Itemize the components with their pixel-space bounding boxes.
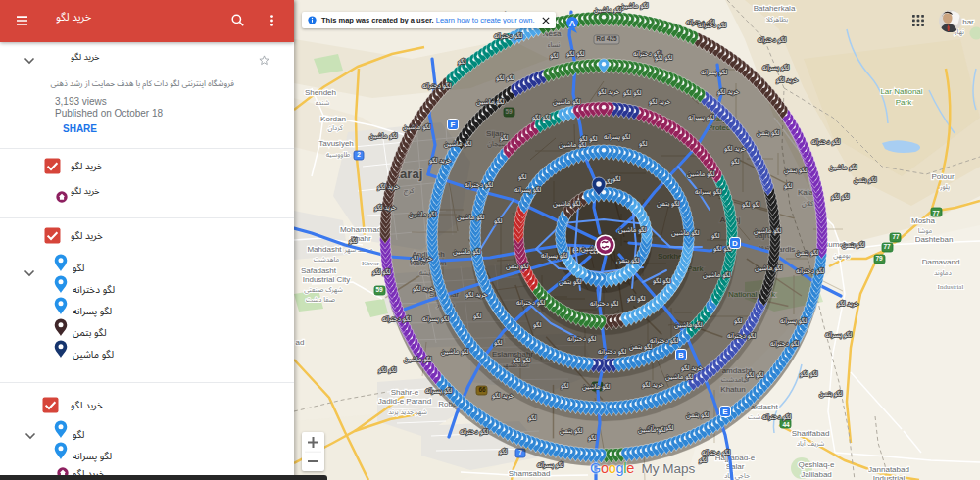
svg-text:لگو: لگو bbox=[499, 445, 508, 458]
svg-text:لگو بتمن: لگو بتمن bbox=[616, 254, 640, 267]
svg-text:لگو دخترانه: لگو دخترانه bbox=[465, 178, 493, 192]
svg-text:لگو ماشین: لگو ماشین bbox=[703, 268, 731, 282]
svg-text:لگو لگو: لگو لگو bbox=[496, 72, 514, 85]
svg-text:لگو پسرانه: لگو پسرانه bbox=[422, 312, 450, 326]
svg-text:لگو: لگو bbox=[528, 411, 537, 425]
svg-text:لگو دخترانه: لگو دخترانه bbox=[567, 332, 596, 346]
svg-text:خرید لگو: خرید لگو bbox=[776, 73, 798, 87]
svg-text:بطاهرکلا: بطاهرکلا bbox=[765, 12, 788, 26]
svg-text:77: 77 bbox=[892, 233, 900, 240]
svg-text:77: 77 bbox=[932, 210, 940, 216]
svg-text:لگو دخترانه: لگو دخترانه bbox=[762, 410, 791, 424]
svg-text:خرید لگو: خرید لگو bbox=[411, 252, 432, 265]
svg-text:لگو لگو: لگو لگو bbox=[513, 354, 531, 367]
svg-text:لگو پسرانه: لگو پسرانه bbox=[688, 111, 715, 124]
svg-text:لگو لگو: لگو لگو bbox=[800, 367, 818, 381]
svg-text:لگو: لگو bbox=[711, 229, 720, 243]
svg-text:کردان: کردان bbox=[327, 120, 342, 135]
svg-text:77: 77 bbox=[883, 243, 891, 250]
svg-text:لگو لگو: لگو لگو bbox=[372, 265, 391, 279]
svg-text:لگو بتمن: لگو بتمن bbox=[657, 197, 680, 211]
svg-text:لگو ماشین: لگو ماشین bbox=[409, 208, 437, 221]
svg-text:خرید لگو: خرید لگو bbox=[598, 85, 619, 99]
svg-text:لگو دخترانه: لگو دخترانه bbox=[796, 264, 824, 278]
svg-text:D: D bbox=[732, 239, 738, 248]
svg-text:خرید لگو: خرید لگو bbox=[377, 180, 399, 194]
svg-text:لگو: لگو bbox=[588, 431, 597, 445]
svg-text:لگو ماشین: لگو ماشین bbox=[755, 262, 783, 275]
svg-text:لگو: لگو bbox=[612, 172, 621, 186]
svg-text:لگو بتمن: لگو بتمن bbox=[506, 260, 529, 273]
svg-text:لگو پسرانه: لگو پسرانه bbox=[537, 458, 564, 472]
svg-text:لگو بتمن: لگو بتمن bbox=[629, 340, 653, 354]
svg-text:لگو ماشین: لگو ماشین bbox=[444, 137, 472, 151]
svg-text:پلور: پلور bbox=[939, 179, 950, 194]
svg-text:Dashteban: Dashteban bbox=[915, 235, 954, 244]
svg-text:F: F bbox=[451, 120, 456, 129]
svg-text:لگو: لگو bbox=[494, 215, 503, 228]
svg-text:لگو: لگو bbox=[518, 170, 527, 184]
svg-text:لگو: لگو bbox=[494, 336, 503, 350]
svg-text:خرید لگو: خرید لگو bbox=[837, 297, 858, 311]
svg-text:لگو ماشین: لگو ماشین bbox=[582, 380, 611, 394]
svg-text:لگو بتمن: لگو بتمن bbox=[784, 164, 808, 177]
svg-text:لگو: لگو bbox=[731, 155, 740, 168]
svg-text:لگو دخترانه: لگو دخترانه bbox=[460, 425, 488, 439]
svg-text:لگو دخترانه: لگو دخترانه bbox=[650, 334, 678, 348]
svg-text:لگو بتمن: لگو بتمن bbox=[686, 408, 710, 422]
svg-text:لگو ماشین: لگو ماشین bbox=[453, 245, 481, 259]
svg-text:Mohammad: Mohammad bbox=[340, 225, 381, 234]
svg-text:لگو ماشین: لگو ماشین bbox=[553, 197, 581, 211]
svg-text:Jannatabad: Jannatabad bbox=[868, 465, 909, 474]
svg-text:لگو دخترانه: لگو دخترانه bbox=[516, 296, 545, 310]
svg-text:لگو دخترانه: لگو دخترانه bbox=[590, 297, 618, 311]
svg-text:A: A bbox=[569, 19, 576, 28]
svg-text:خرید لگو: خرید لگو bbox=[649, 95, 670, 109]
svg-text:Lar National: Lar National bbox=[880, 87, 922, 96]
svg-text:لگو پسرانه: لگو پسرانه bbox=[604, 130, 631, 144]
svg-text:لگو ماشین: لگو ماشین bbox=[754, 224, 782, 238]
svg-text:لگو لگو: لگو لگو bbox=[653, 274, 671, 288]
svg-text:لگو ماشین: لگو ماشین bbox=[674, 318, 703, 332]
svg-text:لگو دخترانه: لگو دخترانه bbox=[727, 329, 756, 343]
svg-text:Jalilabad: Jalilabad bbox=[801, 470, 832, 479]
svg-text:لگو ماشین: لگو ماشین bbox=[671, 226, 700, 240]
svg-text:Qeshlaq-e: Qeshlaq-e bbox=[799, 460, 835, 469]
svg-text:لگو لگو: لگو لگو bbox=[532, 111, 551, 124]
svg-text:لگو ماشین: لگو ماشین bbox=[594, 3, 622, 17]
svg-text:لگو بتمن: لگو بتمن bbox=[559, 275, 582, 289]
svg-text:لگو ماشین: لگو ماشین bbox=[665, 370, 694, 384]
svg-text:لگو پسرانه: لگو پسرانه bbox=[762, 61, 790, 74]
svg-text:لگو: لگو bbox=[473, 310, 482, 323]
svg-text:لگو ماشین: لگو ماشین bbox=[638, 423, 666, 437]
svg-text:لگو: لگو bbox=[699, 454, 708, 467]
svg-text:لگو ماشین: لگو ماشین bbox=[829, 161, 858, 174]
svg-text:ماهدشت: ماهدشت bbox=[314, 252, 340, 266]
svg-text:خرید لگو: خرید لگو bbox=[466, 288, 487, 302]
svg-text:لگو: لگو bbox=[533, 318, 542, 332]
svg-text:حاجی آباد: حاجی آباد bbox=[724, 468, 750, 480]
svg-text:لگو بتمن: لگو بتمن bbox=[842, 238, 865, 252]
svg-text:لگو ماشین: لگو ماشین bbox=[618, 223, 647, 237]
svg-text:E: E bbox=[722, 408, 728, 416]
svg-text:لگو: لگو bbox=[458, 55, 466, 69]
svg-text:لگو: لگو bbox=[349, 234, 358, 248]
svg-text:Safadasht: Safadasht bbox=[301, 266, 337, 275]
svg-text:لگو: لگو bbox=[639, 137, 648, 151]
svg-text:خرید لگو: خرید لگو bbox=[642, 378, 663, 392]
svg-text:79: 79 bbox=[875, 255, 883, 262]
svg-text:لگو ماشین: لگو ماشین bbox=[404, 353, 432, 366]
svg-text:لگو پسرانه: لگو پسرانه bbox=[695, 185, 722, 199]
svg-text:خرید لگو: خرید لگو bbox=[724, 142, 746, 156]
svg-text:شنده: شنده bbox=[316, 95, 330, 110]
svg-text:لگو لگو: لگو لگو bbox=[566, 47, 585, 61]
svg-text:B: B bbox=[678, 351, 684, 360]
svg-text:لگو بتمن: لگو بتمن bbox=[757, 126, 780, 140]
svg-text:لگو ماشین: لگو ماشین bbox=[403, 120, 431, 134]
svg-text:خرید لگو: خرید لگو bbox=[492, 389, 514, 403]
svg-text:لگو: لگو bbox=[561, 379, 569, 393]
svg-text:خرید لگو: خرید لگو bbox=[374, 201, 396, 215]
svg-text:لگو لگو: لگو لگو bbox=[655, 51, 673, 65]
svg-text:Industrial: Industrial bbox=[938, 279, 964, 294]
svg-text:لگو: لگو bbox=[500, 131, 509, 145]
